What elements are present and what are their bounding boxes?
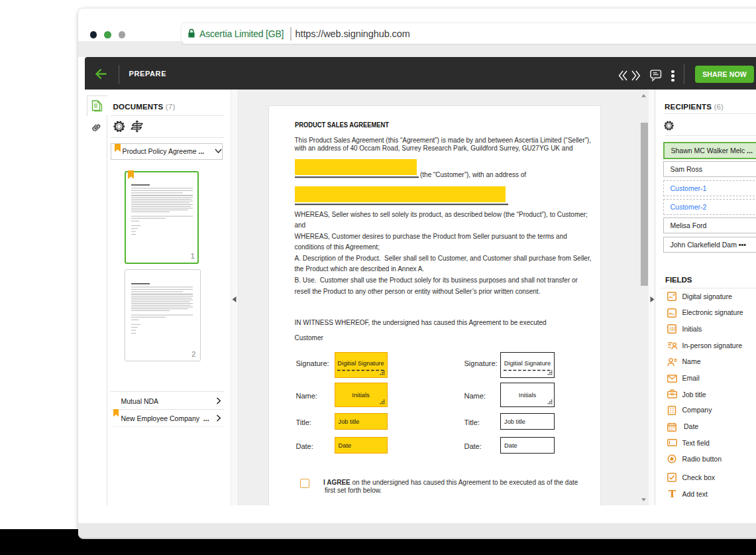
svg-text:SH: SH bbox=[669, 326, 676, 332]
